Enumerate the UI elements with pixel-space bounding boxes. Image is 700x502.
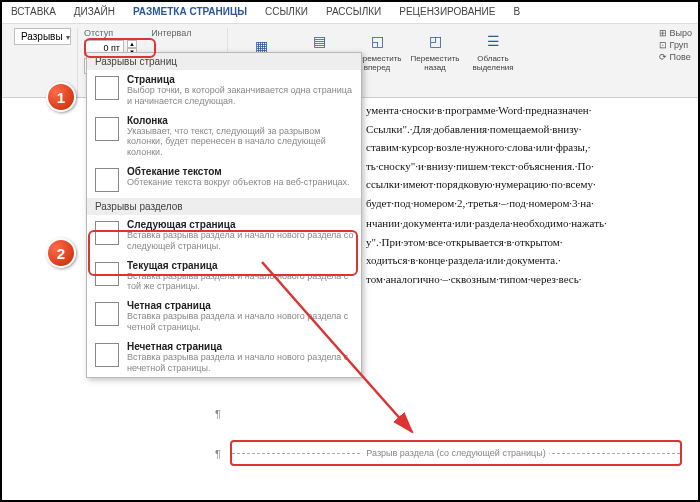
dd-item-column[interactable]: КолонкаУказывает, что текст, следующий з…	[87, 111, 361, 162]
group-button[interactable]: ⊡ Груп	[659, 40, 692, 50]
next-page-icon	[93, 219, 121, 247]
tab-references[interactable]: ССЫЛКИ	[256, 2, 317, 23]
send-backward-button[interactable]: ◰Переместить назад	[408, 28, 462, 72]
tab-mailings[interactable]: РАССЫЛКИ	[317, 2, 390, 23]
tab-page-layout[interactable]: РАЗМЕТКА СТРАНИЦЫ	[124, 2, 256, 23]
column-break-icon	[93, 115, 121, 143]
pilcrow-icon: ¶	[215, 408, 221, 420]
dd-header-section-breaks: Разрывы разделов	[87, 198, 361, 215]
even-page-icon	[93, 300, 121, 328]
continuous-icon	[93, 260, 121, 288]
dd-item-textwrap[interactable]: Обтекание текстомОбтекание текста вокруг…	[87, 162, 361, 198]
indent-label: Отступ	[84, 28, 113, 38]
text-wrap-icon	[93, 166, 121, 194]
tab-view[interactable]: В	[504, 2, 529, 23]
pilcrow-icon: ¶	[215, 448, 221, 460]
dd-item-odd-page[interactable]: Нечетная страницаВставка разрыва раздела…	[87, 337, 361, 378]
page-break-icon	[93, 74, 121, 102]
dd-item-page[interactable]: СтраницаВыбор точки, в которой заканчива…	[87, 70, 361, 111]
rotate-button[interactable]: ⟳ Пове	[659, 52, 692, 62]
align-button[interactable]: ⊞ Выро	[659, 28, 692, 38]
tab-review[interactable]: РЕЦЕНЗИРОВАНИЕ	[390, 2, 504, 23]
selection-pane-button[interactable]: ☰Область выделения	[466, 28, 520, 72]
dd-item-next-page[interactable]: Следующая страницаВставка разрыва раздел…	[87, 215, 361, 256]
tab-insert[interactable]: ВСТАВКА	[2, 2, 65, 23]
ribbon-tabs: ВСТАВКА ДИЗАЙН РАЗМЕТКА СТРАНИЦЫ ССЫЛКИ …	[2, 2, 698, 24]
callout-2: 2	[46, 238, 76, 268]
tab-design[interactable]: ДИЗАЙН	[65, 2, 124, 23]
section-break-marker: Разрыв раздела (со следующей страницы)	[230, 440, 682, 466]
breaks-button[interactable]: Разрывы	[14, 28, 71, 45]
dd-item-even-page[interactable]: Четная страницаВставка разрыва раздела и…	[87, 296, 361, 337]
callout-1: 1	[46, 82, 76, 112]
align-commands: ⊞ Выро ⊡ Груп ⟳ Пове	[659, 28, 692, 64]
dd-item-continuous[interactable]: Текущая страницаВставка разрыва раздела …	[87, 256, 361, 297]
spacing-label: Интервал	[151, 28, 191, 38]
odd-page-icon	[93, 341, 121, 369]
breaks-dropdown: Разрывы страниц СтраницаВыбор точки, в к…	[86, 52, 362, 378]
dd-header-page-breaks: Разрывы страниц	[87, 53, 361, 70]
